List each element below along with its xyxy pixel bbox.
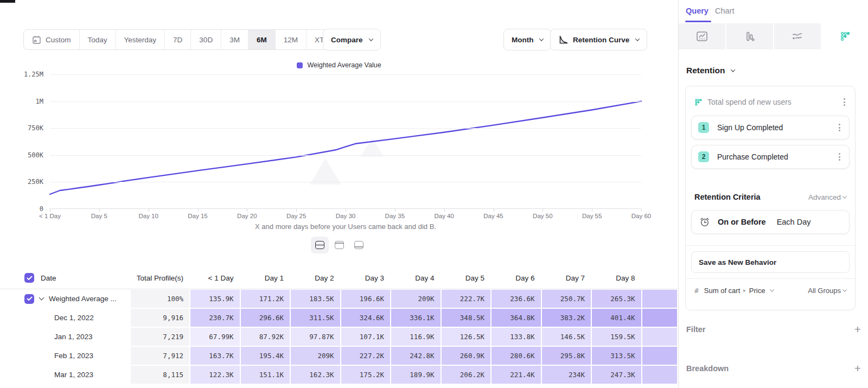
date-range-6m[interactable]: 6M [248,30,275,49]
x-tick-label: Day 55 [582,213,602,219]
date-range-7d[interactable]: 7D [164,30,190,49]
chart-legend[interactable]: Weighted Average Value [0,61,678,69]
save-as-new-behavior-button[interactable]: Save as New Behavior [691,251,850,273]
table-header-date: Date [0,273,130,283]
table-header-day: Day 4 [391,274,441,282]
retention-value-cell-clipped [642,328,677,346]
table-view-button[interactable] [350,237,368,253]
tab-query[interactable]: Query [686,7,709,15]
report-tab-flows[interactable] [774,23,822,49]
add-breakdown-button[interactable]: + [854,362,861,374]
chart-type-button[interactable]: Retention Curve [550,29,647,50]
table-header-day: Day 1 [240,274,291,282]
query-builder-sidebar: Query Chart [678,0,868,388]
retention-value-cell: 234K [542,366,591,384]
step-1-menu-icon[interactable] [837,122,843,133]
x-tick-label: < 1 Day [39,213,61,219]
x-tick-label: Day 5 [91,213,107,219]
date-range-today[interactable]: Today [79,30,116,49]
x-tick-mark [198,209,199,212]
retention-icon [840,31,851,42]
retention-value-cell: 280.6K [492,347,541,365]
main-area: CustomTodayYesterday7D30D3M6M12MXTD Comp… [0,0,678,388]
timing-operator: On or Before [718,218,766,226]
add-filter-button[interactable]: + [854,323,861,335]
x-tick-mark [395,209,395,212]
retention-value-cell: 87.92K [241,328,290,346]
split-view-button[interactable] [311,237,329,253]
granularity-button[interactable]: Month [503,29,551,50]
report-tab-funnels[interactable] [726,23,774,49]
date-range-group: CustomTodayYesterday7D30D3M6M12MXTD [23,29,348,50]
y-tick-label: 1.25M [12,71,43,78]
step-2[interactable]: 2 Purchase Completed [691,145,850,169]
table-row: Feb 1, 20237,912163.7K195.4K209K227.2K24… [0,346,678,365]
chart-view-button[interactable] [330,237,348,253]
retention-value-cell-clipped [642,366,677,384]
x-tick-label: Day 40 [434,213,454,219]
date-range-30d[interactable]: 30D [190,30,221,49]
alarm-clock-icon [699,217,710,227]
report-tab-retention[interactable] [822,23,868,49]
y-tick-label: 250K [12,178,43,186]
x-tick-mark [99,209,100,212]
retention-value-cell-clipped [642,347,677,365]
table-header-day: < 1 Day [190,274,240,282]
x-tick-label: Day 15 [188,213,207,219]
row-date-cell: Dec 1, 2022 [0,308,130,327]
chevron-down-icon [539,36,544,41]
x-tick-mark [542,209,543,212]
retention-value-cell: 126.5K [442,328,491,346]
step-1-badge: 1 [698,122,709,133]
criteria-mode-dropdown[interactable]: Advanced [808,193,846,201]
report-tab-insights[interactable] [679,23,726,49]
table-view-icon [354,241,363,249]
gridline [50,101,641,102]
retention-timing-selector[interactable]: On or Before Each Day [691,210,850,234]
retention-value-cell: 324.6K [341,309,391,327]
retention-value-cell: 97.87K [291,328,340,346]
group-dropdown[interactable]: All Groups [808,287,846,295]
behavior-name[interactable]: Total spend of new users [707,98,837,106]
active-tab-underline [685,21,711,22]
chevron-down-icon [770,287,774,291]
table-header-day: Day 8 [591,274,642,282]
retention-report-page: CustomTodayYesterday7D30D3M6M12MXTD Comp… [0,0,868,388]
total-profiles-cell: 100% [131,290,189,308]
step-1[interactable]: 1 Sign Up Completed [691,116,850,139]
date-range-12m[interactable]: 12M [275,30,306,49]
table-row: Mar 1, 20238,115122.3K151.1K162.3K175.2K… [0,365,678,384]
y-tick-label: 0 [12,205,43,213]
tab-chart[interactable]: Chart [715,7,734,15]
compare-button[interactable]: Compare [323,29,381,50]
x-tick-mark [247,209,247,212]
retention-value-cell: 209K [391,290,441,308]
date-range-label: Today [88,36,107,44]
aggregation-sub-property: Price [749,287,765,295]
report-section-dropdown[interactable]: Retention [686,66,735,75]
table-row: Weighted Average ...100%135.9K171.2K183.… [0,289,678,308]
retention-value-cell: 221.4K [492,366,541,384]
date-range-3m[interactable]: 3M [221,30,248,49]
x-tick-mark [494,209,494,212]
flows-icon [792,31,803,42]
date-range-label: 7D [173,36,182,44]
behavior-menu-icon[interactable] [841,96,847,108]
table-header-day: Day 7 [541,274,592,282]
retention-value-cell: 133.8K [492,328,541,346]
retention-value-cell: 151.1K [241,366,290,384]
aggregation-property-dropdown[interactable]: Sum of cart ▸ Price [704,287,802,295]
x-tick-label: Day 50 [533,213,552,219]
retention-value-cell: 364.8K [492,309,541,327]
x-tick-label: Day 30 [336,213,355,219]
y-tick-label: 500K [12,151,43,159]
row-checkbox[interactable] [24,294,34,304]
step-2-menu-icon[interactable] [837,151,843,163]
row-date-cell: Jan 1, 2023 [0,327,130,346]
date-range-custom[interactable]: Custom [24,30,79,49]
expand-caret-icon[interactable] [39,295,44,301]
funnels-icon [744,31,755,42]
select-all-checkbox[interactable] [24,273,34,283]
retention-value-cell: 311.5K [291,309,340,327]
date-range-yesterday[interactable]: Yesterday [116,30,165,49]
